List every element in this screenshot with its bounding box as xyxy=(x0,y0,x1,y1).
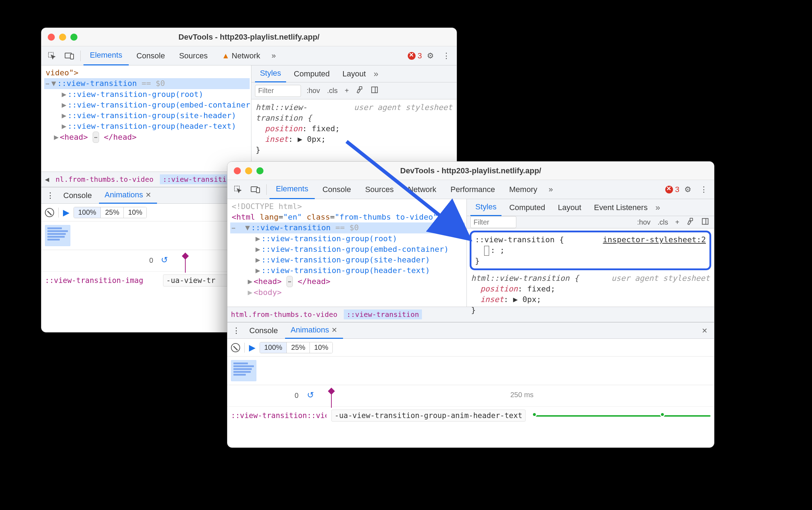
expand-icon[interactable]: ▶ xyxy=(61,89,67,100)
computed-toggle-icon[interactable] xyxy=(700,217,710,228)
prop-inset[interactable]: inset: ▶ 0px; xyxy=(471,295,541,304)
computed-toggle-icon[interactable] xyxy=(369,85,380,96)
rule-selector[interactable]: html::view-transition { xyxy=(256,103,312,122)
zoom-window-icon[interactable] xyxy=(256,167,263,174)
expand-icon[interactable]: ▼ xyxy=(245,222,250,233)
device-toolbar-icon[interactable] xyxy=(247,180,263,199)
clear-icon[interactable] xyxy=(231,343,240,352)
bc-item[interactable]: nl.from-thumbs.to-video xyxy=(56,175,153,184)
expand-icon[interactable]: ▶ xyxy=(255,233,261,244)
play-all-icon[interactable]: ▶ xyxy=(249,343,255,353)
head-tag[interactable]: <head> xyxy=(254,277,282,286)
tab-network[interactable]: ▲ Network xyxy=(215,46,267,65)
speed-100[interactable]: 100% xyxy=(74,207,101,218)
zoom-window-icon[interactable] xyxy=(70,34,77,41)
pseudo-view-transition[interactable]: ::view-transition xyxy=(251,223,331,232)
rule-selector[interactable]: ::view-transition { xyxy=(475,235,564,244)
inspect-element-icon[interactable] xyxy=(44,46,60,65)
drawer-tab-console[interactable]: Console xyxy=(58,187,98,204)
close-tab-icon[interactable]: ✕ xyxy=(145,191,151,199)
speed-25[interactable]: 25% xyxy=(101,207,124,218)
rule-source-link[interactable]: inspector-stylesheet:2 xyxy=(603,234,706,245)
speed-100[interactable]: 100% xyxy=(260,342,287,353)
prop-position[interactable]: position: fixed; xyxy=(471,284,555,293)
row-menu-icon[interactable]: ⋯ xyxy=(46,80,51,87)
settings-icon[interactable]: ⚙ xyxy=(681,180,695,199)
replay-icon[interactable]: ↻ xyxy=(161,255,168,265)
pseudo-group[interactable]: ::view-transition-group(site-header) xyxy=(261,255,430,264)
animation-thumb[interactable] xyxy=(231,360,256,381)
device-toolbar-icon[interactable] xyxy=(61,46,77,65)
anim-track[interactable] xyxy=(530,410,710,421)
new-rule-button[interactable]: + xyxy=(674,218,681,227)
timeline[interactable]: 0 ↻ 250 ms xyxy=(227,385,714,406)
error-badge[interactable]: 3 xyxy=(665,185,679,194)
animation-row[interactable]: ::view-transition::vie -ua-view-transiti… xyxy=(227,406,714,424)
editing-line[interactable]: : ; xyxy=(475,246,505,255)
hov-button[interactable]: :hov xyxy=(636,218,652,227)
cls-button[interactable]: .cls xyxy=(326,86,339,95)
speed-10[interactable]: 10% xyxy=(124,207,146,218)
subtab-event-listeners[interactable]: Event Listeners xyxy=(589,199,653,216)
html-open[interactable]: <html xyxy=(232,213,255,221)
styles-filter-input[interactable] xyxy=(255,85,301,97)
subtab-computed[interactable]: Computed xyxy=(504,199,550,216)
replay-icon[interactable]: ↻ xyxy=(307,390,314,400)
subtab-styles[interactable]: Styles xyxy=(470,199,501,216)
style-rule[interactable]: user agent stylesheet html::view-transit… xyxy=(251,99,457,158)
cls-button[interactable]: .cls xyxy=(656,218,669,227)
expand-icon[interactable]: ▶ xyxy=(61,121,67,132)
pseudo-group[interactable]: ::view-transition-group(site-header) xyxy=(68,111,236,120)
close-tab-icon[interactable]: ✕ xyxy=(331,326,337,334)
subtab-layout[interactable]: Layout xyxy=(553,199,586,216)
text-cursor-icon[interactable] xyxy=(484,246,489,256)
tab-sources[interactable]: Sources xyxy=(173,46,214,65)
more-subtabs-icon[interactable]: » xyxy=(373,69,378,79)
expand-icon[interactable]: ▼ xyxy=(51,78,57,89)
play-all-icon[interactable]: ▶ xyxy=(63,208,69,218)
new-rule-button[interactable]: + xyxy=(343,86,350,95)
more-tabs-icon[interactable]: » xyxy=(268,46,279,65)
dom-tree[interactable]: video"> ⋯▼::view-transition == $0 ▶::vie… xyxy=(41,65,251,172)
pseudo-group[interactable]: ::view-transition-group(header-text) xyxy=(261,266,430,275)
subtab-styles[interactable]: Styles xyxy=(255,65,286,82)
rule-source[interactable]: user agent stylesheet xyxy=(354,102,452,113)
expand-icon[interactable]: ▶ xyxy=(247,287,253,298)
bc-prev-icon[interactable]: ◀ xyxy=(45,175,49,184)
drawer-menu-icon[interactable]: ⋮ xyxy=(44,191,56,200)
tab-sources[interactable]: Sources xyxy=(359,180,400,199)
error-badge[interactable]: 3 xyxy=(408,51,422,60)
drawer-menu-icon[interactable]: ⋮ xyxy=(230,326,242,335)
pseudo-group[interactable]: ::view-transition-group(root) xyxy=(261,234,397,243)
pseudo-group[interactable]: ::view-transition-group(embed-container) xyxy=(261,245,449,254)
more-tabs-icon[interactable]: » xyxy=(545,180,556,199)
tab-elements[interactable]: Elements xyxy=(83,46,129,65)
close-window-icon[interactable] xyxy=(48,34,55,41)
bc-item-selected[interactable]: ::view-transition xyxy=(160,174,238,184)
prop-position[interactable]: position: fixed; xyxy=(256,124,340,133)
bc-item[interactable]: html.from-thumbs.to-video xyxy=(231,310,337,319)
pseudo-group[interactable]: ::view-transition-group(embed-container) xyxy=(68,100,251,109)
body-tag[interactable]: <body> xyxy=(254,288,282,297)
rule-source[interactable]: user agent stylesheet xyxy=(611,273,710,284)
minimize-window-icon[interactable] xyxy=(59,34,66,41)
drawer-tab-animations[interactable]: Animations ✕ xyxy=(99,187,157,204)
expand-icon[interactable]: ▶ xyxy=(61,100,67,110)
settings-icon[interactable]: ⚙ xyxy=(423,46,437,65)
tab-elements[interactable]: Elements xyxy=(269,180,315,199)
subtab-computed[interactable]: Computed xyxy=(289,65,335,82)
head-tag[interactable]: <head> xyxy=(60,133,88,141)
pseudo-view-transition[interactable]: ::view-transition xyxy=(57,79,137,88)
drawer-tab-animations[interactable]: Animations ✕ xyxy=(285,323,343,339)
tab-memory[interactable]: Memory xyxy=(503,180,544,199)
subtab-layout[interactable]: Layout xyxy=(337,65,371,82)
drawer-tab-console[interactable]: Console xyxy=(244,323,284,339)
collapsed-icon[interactable]: ⋯ xyxy=(286,276,293,287)
style-rule[interactable]: user agent stylesheet html::view-transit… xyxy=(467,273,714,318)
close-drawer-icon[interactable]: ✕ xyxy=(698,326,711,335)
row-menu-icon[interactable]: ⋯ xyxy=(232,224,237,232)
bc-item-selected[interactable]: ::view-transition xyxy=(344,309,422,319)
tab-console[interactable]: Console xyxy=(130,46,172,65)
expand-icon[interactable]: ▶ xyxy=(255,244,261,255)
pseudo-group[interactable]: ::view-transition-group(header-text) xyxy=(68,122,236,131)
